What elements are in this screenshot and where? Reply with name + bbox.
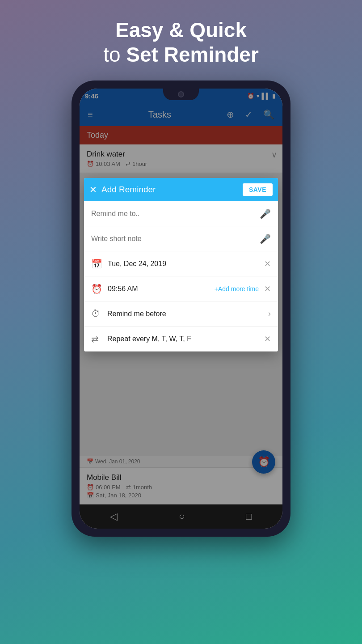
phone-notch (163, 89, 199, 100)
note-mic-icon[interactable]: 🎤 (260, 233, 271, 244)
note-field[interactable]: 🎤 (84, 226, 278, 251)
repeat-label: Repeat every M, T, W, T, F (107, 335, 259, 343)
save-button[interactable]: SAVE (243, 183, 273, 196)
mic-icon[interactable]: 🎤 (260, 208, 271, 219)
time-field[interactable]: ⏰ 09:56 AM +Add more time ✕ (84, 276, 278, 301)
add-reminder-dialog: ✕ Add Reminder SAVE 🎤 🎤 📅 Tue, Dec 24, 2… (84, 178, 278, 352)
repeat-field[interactable]: ⇄ Repeat every M, T, W, T, F ✕ (84, 326, 278, 352)
remind-input[interactable] (91, 210, 254, 218)
calendar-icon: 📅 (91, 258, 102, 269)
chevron-right-icon: › (268, 309, 271, 318)
page-title: Easy & Quick to Set Reminder (76, 0, 286, 80)
title-line1: Easy & Quick (103, 18, 259, 42)
time-value: 09:56 AM (108, 285, 209, 293)
title-line2: to Set Reminder (103, 42, 259, 67)
repeat-clear-icon[interactable]: ✕ (264, 334, 271, 344)
remind-before-label: Remind me before (107, 310, 263, 318)
remind-before-field[interactable]: ⏱ Remind me before › (84, 301, 278, 326)
remind-before-icon: ⏱ (91, 309, 102, 319)
phone-screen: 9:46 ⏰ ▾ ▌▌ ▮ ≡ Tasks ⊕ ✓ 🔍 Today Drink … (80, 89, 282, 529)
phone-frame: 9:46 ⏰ ▾ ▌▌ ▮ ≡ Tasks ⊕ ✓ 🔍 Today Drink … (72, 80, 290, 537)
time-clear-icon[interactable]: ✕ (264, 284, 271, 294)
remind-field[interactable]: 🎤 (84, 201, 278, 226)
add-more-time-button[interactable]: +Add more time (215, 285, 259, 292)
dialog-title: Add Reminder (101, 185, 238, 195)
time-icon: ⏰ (91, 284, 102, 294)
note-input[interactable] (91, 235, 254, 243)
date-clear-icon[interactable]: ✕ (264, 259, 271, 269)
close-button[interactable]: ✕ (89, 184, 97, 195)
date-field[interactable]: 📅 Tue, Dec 24, 2019 ✕ (84, 251, 278, 276)
repeat-icon: ⇄ (91, 334, 102, 344)
date-value: Tue, Dec 24, 2019 (108, 260, 259, 268)
camera-dot (178, 91, 184, 97)
dialog-header: ✕ Add Reminder SAVE (84, 178, 278, 201)
